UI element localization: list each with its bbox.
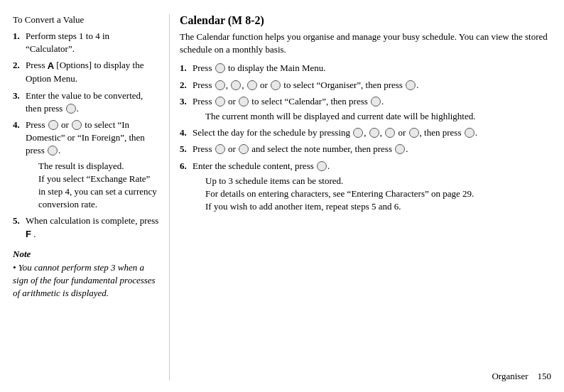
step-text: When calculation is complete, press F . xyxy=(26,214,159,241)
step-num: 4. xyxy=(13,119,26,131)
left-steps: 1. Perform steps 1 to 4 in “Calculator”.… xyxy=(13,30,159,241)
step-text: Enter the schedule content, press . Up t… xyxy=(192,160,551,214)
page-footer: Organiser 150 xyxy=(492,371,551,382)
footer-label: Organiser xyxy=(492,371,528,381)
left-step-2: 2. Press A [Options] to display the Opti… xyxy=(13,59,159,85)
step-num: 1. xyxy=(13,30,26,43)
step-text: Perform steps 1 to 4 in “Calculator”. xyxy=(26,30,159,55)
right-column: Calendar (M 8-2) The Calendar function h… xyxy=(169,14,551,381)
note-text: • You cannot perform step 3 when a sign … xyxy=(13,261,159,300)
confirm-button-icon xyxy=(395,144,405,154)
step-text: Press or to select “Calendar”, then pres… xyxy=(192,95,551,123)
step-num: 3. xyxy=(180,95,192,108)
right-step-4: 4. Select the day for the schedule by pr… xyxy=(180,126,551,139)
nav-left-icon xyxy=(385,128,395,138)
right-step-5: 5. Press or and select the note number, … xyxy=(180,143,551,156)
nav-up-icon xyxy=(353,128,363,138)
confirm-button-icon xyxy=(66,104,76,114)
step-text: Enter the value to be converted, then pr… xyxy=(26,89,159,115)
step-num: 5. xyxy=(180,143,192,156)
step-num: 6. xyxy=(180,160,192,173)
confirm-button-icon xyxy=(465,128,474,138)
left-step-5: 5. When calculation is complete, press F… xyxy=(13,214,159,241)
step-num: 4. xyxy=(180,126,192,139)
step-num: 3. xyxy=(13,89,26,102)
left-step-4: 4. Press or to select “In Domestic” or “… xyxy=(13,119,159,211)
step-3-sub: The current month will be displayed and … xyxy=(205,110,551,123)
step-text: Press , , or to select “Organiser”, then… xyxy=(192,79,551,92)
step-text: Press to display the Main Menu. xyxy=(192,62,551,75)
confirm-button-icon xyxy=(48,146,58,156)
step-text: Press or to select “In Domestic” or “In … xyxy=(26,119,159,211)
footer-page-num: 150 xyxy=(538,371,552,381)
step-num: 2. xyxy=(13,59,26,72)
left-step-1: 1. Perform steps 1 to 4 in “Calculator”. xyxy=(13,30,159,55)
note-bullet: You cannot perform step 3 when a sign of… xyxy=(13,262,156,298)
right-step-3: 3. Press or to select “Calendar”, then p… xyxy=(180,95,551,123)
nav-down-icon xyxy=(72,120,82,130)
right-step-1: 1. Press to display the Main Menu. xyxy=(180,62,551,75)
step-4-sub: The result is displayed. If you select “… xyxy=(38,160,159,212)
step-num: 5. xyxy=(13,214,26,227)
left-step-3: 3. Enter the value to be converted, then… xyxy=(13,89,159,115)
nav-right-icon xyxy=(271,80,281,90)
confirm-button-icon xyxy=(406,80,416,90)
step-num: 1. xyxy=(180,62,192,75)
right-step-2: 2. Press , , or to select “Organiser”, t… xyxy=(180,79,551,92)
left-section-title: To Convert a Value xyxy=(13,14,159,26)
a-button-icon: A xyxy=(48,60,54,72)
step-6-sub: Up to 3 schedule items can be stored. Fo… xyxy=(205,175,551,214)
page-container: To Convert a Value 1. Perform steps 1 to… xyxy=(0,0,564,392)
nav-down-icon xyxy=(239,144,249,154)
step-text: Select the day for the schedule by press… xyxy=(192,126,551,139)
left-column: To Convert a Value 1. Perform steps 1 to… xyxy=(13,14,169,381)
step-text: Press or and select the note number, the… xyxy=(192,143,551,156)
nav-down-icon xyxy=(231,80,241,90)
nav-down-icon xyxy=(239,97,249,107)
nav-down-icon xyxy=(369,128,379,138)
nav-right-icon xyxy=(409,128,419,138)
f-button-icon: F xyxy=(26,228,31,241)
nav-up-icon xyxy=(215,80,225,90)
nav-left-icon xyxy=(247,80,257,90)
right-section-title: Calendar (M 8-2) xyxy=(180,14,551,27)
right-intro: The Calendar function helps you organise… xyxy=(180,31,551,56)
nav-up-icon xyxy=(215,144,225,154)
step-num: 2. xyxy=(180,79,192,92)
note-title: Note xyxy=(13,249,159,260)
confirm-button-icon xyxy=(371,97,381,107)
right-step-6: 6. Enter the schedule content, press . U… xyxy=(180,160,551,214)
right-steps: 1. Press to display the Main Menu. 2. Pr… xyxy=(180,62,551,213)
note-section: Note • You cannot perform step 3 when a … xyxy=(13,249,159,300)
step-text: Press A [Options] to display the Option … xyxy=(26,59,159,85)
nav-up-icon xyxy=(215,97,225,107)
confirm-button-icon xyxy=(317,161,327,171)
confirm-button-icon xyxy=(215,63,225,73)
nav-up-icon xyxy=(48,120,58,130)
